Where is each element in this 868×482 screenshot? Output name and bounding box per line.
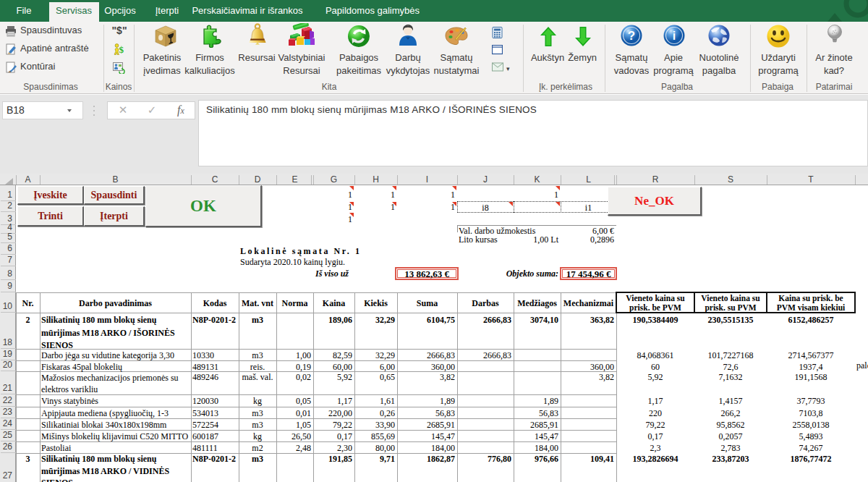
svg-text:i: i: [673, 30, 676, 42]
svg-text:?: ?: [628, 29, 635, 43]
